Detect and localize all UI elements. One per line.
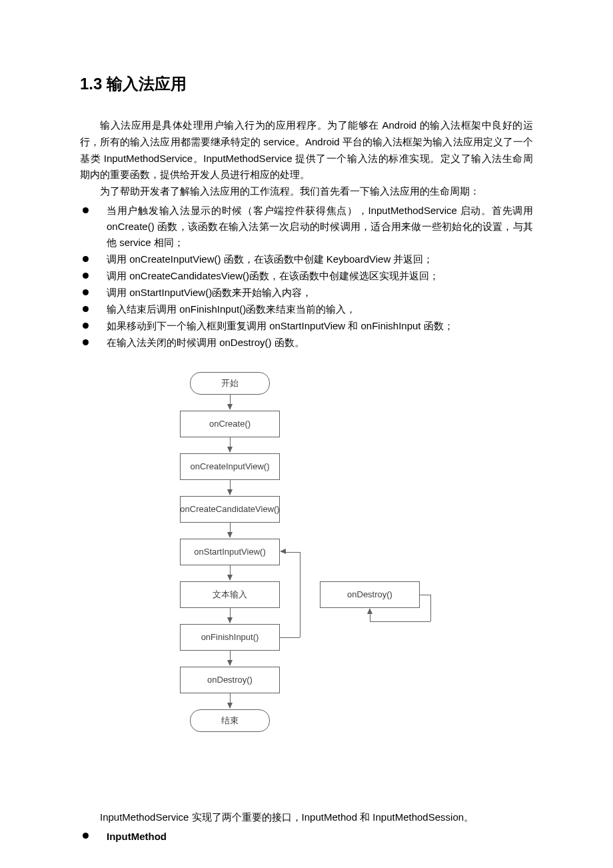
- flow-arrowhead: [367, 608, 372, 614]
- flow-node-text-input: 文本输入: [180, 581, 280, 608]
- flowchart-canvas: 开始 onCreate() onCreateInputView() onCrea…: [180, 372, 433, 805]
- paragraph-intro: 输入法应用是具体处理用户输入行为的应用程序。为了能够在 Android 的输入法…: [80, 117, 533, 183]
- list-item: 输入结束后调用 onFinishInput()函数来结束当前的输入，: [80, 301, 533, 317]
- flow-connector: [370, 613, 370, 621]
- list-item: 调用 onCreateInputView() 函数，在该函数中创建 Keyboa…: [80, 251, 533, 267]
- flow-node-oncreate: onCreate(): [180, 411, 280, 437]
- flow-arrow: [230, 565, 231, 580]
- flow-connector: [285, 552, 300, 553]
- flow-arrow: [230, 651, 231, 665]
- flow-arrowhead: [280, 549, 286, 554]
- flow-node-ondestroy: onDestroy(): [180, 667, 280, 693]
- flow-node-oncreateinputview: onCreateInputView(): [180, 453, 280, 480]
- list-item: 如果移动到下一个输入框则重复调用 onStartInputView 和 onFi…: [80, 318, 533, 334]
- list-item: InputMethod: [80, 829, 533, 845]
- flow-connector: [420, 595, 430, 595]
- paragraph-lifecycle-lead: 为了帮助开发者了解输入法应用的工作流程。我们首先看一下输入法应用的生命周期：: [80, 183, 533, 200]
- paragraph-interfaces: InputMethodService 实现了两个重要的接口，InputMetho…: [80, 809, 533, 826]
- inputmethod-label: InputMethod: [107, 831, 167, 842]
- lifecycle-bullet-list: 当用户触发输入法显示的时候（客户端控件获得焦点），InputMethodServ…: [80, 203, 533, 351]
- flow-node-oncreatecandidateview: onCreateCandidateView(): [180, 496, 280, 523]
- flow-arrow: [230, 437, 231, 452]
- flow-node-onstartinputview: onStartInputView(): [180, 539, 280, 565]
- flow-node-start: 开始: [190, 372, 270, 395]
- list-item: 调用 onStartInputView()函数来开始输入内容，: [80, 285, 533, 301]
- flow-arrow: [230, 395, 231, 409]
- section-heading: 1.3 输入法应用: [80, 73, 533, 95]
- flow-arrow: [230, 693, 231, 708]
- flow-node-end: 结束: [190, 709, 270, 732]
- list-item: 当用户触发输入法显示的时候（客户端控件获得焦点），InputMethodServ…: [80, 203, 533, 251]
- flow-node-ondestroy-side: onDestroy(): [320, 581, 420, 608]
- flow-arrow: [230, 608, 231, 623]
- flow-connector: [280, 637, 300, 638]
- list-item: 调用 onCreateCandidatesView()函数，在该函数中创建候选区…: [80, 268, 533, 284]
- flow-arrow: [230, 480, 231, 495]
- interface-bullet-list: InputMethod: [80, 829, 533, 845]
- document-page: 1.3 输入法应用 输入法应用是具体处理用户输入行为的应用程序。为了能够在 An…: [0, 0, 613, 868]
- flow-connector: [300, 552, 301, 637]
- flow-arrow: [230, 523, 231, 537]
- flow-connector: [430, 595, 431, 621]
- list-item: 在输入法关闭的时候调用 onDestroy() 函数。: [80, 335, 533, 351]
- flow-node-onfinishinput: onFinishInput(): [180, 624, 280, 651]
- flow-connector: [370, 621, 430, 622]
- lifecycle-flowchart: 开始 onCreate() onCreateInputView() onCrea…: [80, 372, 533, 805]
